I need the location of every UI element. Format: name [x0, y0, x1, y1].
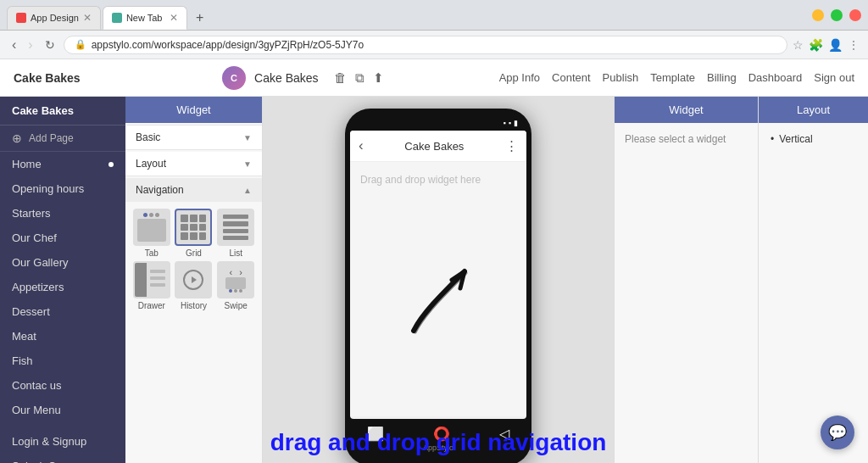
sidebar-item-our-menu[interactable]: Our Menu	[0, 398, 125, 422]
sidebar-item-splash[interactable]: Splash Screen	[0, 454, 125, 463]
app-wrapper: Cake Bakes C Cake Bakes 🗑 ⧉ ⬆ App Info C…	[0, 59, 868, 463]
right-layout-header: Layout	[759, 97, 868, 123]
phone-screen: ‹ Cake Bakes ⋮ Drag and drop widget here	[350, 131, 526, 419]
right-panels: Widget Please select a widget Layout • V…	[614, 97, 868, 463]
right-widget-panel: Widget Please select a widget	[614, 97, 758, 463]
widget-tab[interactable]: Tab	[132, 209, 171, 258]
phone-status-bar: ▪ ▪ ▮	[350, 117, 526, 131]
sidebar-item-our-gallery[interactable]: Our Gallery	[0, 250, 125, 275]
home-active-dot	[108, 162, 114, 167]
sidebar-item-appetizers[interactable]: Appetizers	[0, 275, 125, 299]
phone-app-header: ‹ Cake Bakes ⋮	[350, 131, 526, 162]
sidebar-add-page[interactable]: ⊕ Add Page	[0, 126, 125, 152]
phone-back-hw-icon[interactable]: ◁	[499, 426, 509, 442]
browser-navbar: ‹ › ↻ 🔒 appstylo.com/workspace/app/desig…	[0, 31, 868, 59]
layout-chevron: ▼	[243, 159, 252, 169]
sidebar-item-fish[interactable]: Fish	[0, 349, 125, 373]
sidebar-item-starters[interactable]: Starters	[0, 201, 125, 226]
nav-dashboard[interactable]: Dashboard	[748, 71, 803, 84]
share-icon[interactable]: ⬆	[373, 70, 384, 86]
widget-swipe-label: Swipe	[225, 301, 248, 310]
right-widget-header: Widget	[615, 97, 758, 123]
sidebar-item-dessert[interactable]: Dessert	[0, 299, 125, 324]
nav-signout[interactable]: Sign out	[814, 71, 854, 84]
layout-section-btn[interactable]: Layout ▼	[125, 152, 262, 176]
browser-tab-app-design[interactable]: App Design ✕	[7, 6, 101, 30]
widget-swipe[interactable]: ‹ › Swipe	[216, 261, 255, 310]
top-nav: Cake Bakes C Cake Bakes 🗑 ⧉ ⬆ App Info C…	[0, 59, 868, 97]
widget-history-label: History	[181, 301, 207, 310]
phone-frame: ▪ ▪ ▮ ‹ Cake Bakes ⋮ Drag and drop widge…	[345, 109, 531, 463]
widget-tab-label: Tab	[145, 248, 159, 258]
navigation-section-header[interactable]: Navigation ▲	[125, 178, 262, 202]
tab-close-app-design[interactable]: ✕	[83, 12, 92, 24]
secure-icon: 🔒	[75, 39, 86, 50]
forward-button[interactable]: ›	[25, 36, 36, 54]
app-title: Cake Bakes	[254, 71, 318, 85]
back-button[interactable]: ‹	[8, 36, 19, 54]
reload-button[interactable]: ↻	[42, 36, 58, 53]
widget-list[interactable]: List	[216, 209, 255, 258]
widget-placeholder-text: Please select a widget	[615, 123, 758, 155]
sidebar-item-home[interactable]: Home	[0, 152, 125, 176]
phone-circle-icon[interactable]: ⭕	[433, 426, 450, 442]
phone-app-label: AppStylo	[350, 443, 526, 454]
nav-app-name-left: Cake Bakes	[14, 71, 107, 85]
phone-bottom-bar: ⬜ ⭕ ◁	[350, 419, 526, 443]
widget-tab-thumb	[133, 209, 170, 246]
phone-drop-zone[interactable]: Drag and drop widget here	[350, 162, 526, 416]
widget-grid-label: Grid	[186, 248, 202, 258]
add-icon: ⊕	[12, 131, 22, 145]
nav-template[interactable]: Template	[650, 71, 695, 84]
trash-icon[interactable]: 🗑	[334, 70, 347, 86]
chat-bubble[interactable]: 💬	[821, 416, 854, 449]
browser-chrome: App Design ✕ New Tab ✕ +	[0, 0, 868, 31]
widget-drawer-thumb	[133, 261, 170, 298]
phone-preview-area: ▪ ▪ ▮ ‹ Cake Bakes ⋮ Drag and drop widge…	[263, 97, 614, 463]
menu-icon[interactable]: ⋮	[848, 38, 860, 52]
nav-app-info[interactable]: App Info	[499, 71, 540, 84]
bookmark-icon[interactable]: ☆	[793, 38, 804, 52]
basic-chevron: ▼	[243, 133, 252, 142]
nav-publish[interactable]: Publish	[603, 71, 639, 84]
widget-swipe-thumb: ‹ ›	[217, 261, 254, 298]
tab-label-new-tab: New Tab	[126, 13, 163, 23]
new-tab-button[interactable]: +	[189, 7, 210, 29]
widget-history[interactable]: History	[175, 261, 214, 310]
widget-list-thumb	[217, 209, 254, 246]
widget-drawer[interactable]: Drawer	[132, 261, 171, 310]
layout-bullet: •	[771, 133, 774, 145]
right-layout-panel: Layout • Vertical	[758, 97, 868, 463]
phone-app-title: Cake Bakes	[404, 140, 464, 153]
nav-billing[interactable]: Billing	[707, 71, 737, 84]
sidebar-item-our-chef[interactable]: Our Chef	[0, 226, 125, 250]
widget-grid-item[interactable]: Grid	[175, 209, 214, 258]
widget-grid-thumb	[175, 209, 212, 246]
sidebar-item-meat[interactable]: Meat	[0, 324, 125, 349]
phone-menu-btn[interactable]: ⋮	[505, 138, 518, 153]
main-content: Cake Bakes ⊕ Add Page Home Opening hours…	[0, 97, 868, 463]
window-close[interactable]	[849, 9, 861, 21]
extension-icon[interactable]: 🧩	[809, 38, 823, 52]
nav-content[interactable]: Content	[552, 71, 591, 84]
phone-home-icon[interactable]: ⬜	[367, 426, 384, 442]
sidebar-item-opening-hours[interactable]: Opening hours	[0, 176, 125, 201]
phone-back-btn[interactable]: ‹	[359, 137, 364, 154]
navigation-chevron: ▲	[243, 186, 252, 195]
navigation-widgets-grid: Tab Grid	[125, 202, 262, 317]
widget-panel-header: Widget	[125, 97, 262, 123]
sidebar: Cake Bakes ⊕ Add Page Home Opening hours…	[0, 97, 125, 463]
copy-icon[interactable]: ⧉	[355, 70, 364, 86]
widget-drawer-label: Drawer	[138, 301, 165, 310]
address-bar[interactable]: 🔒 appstylo.com/workspace/app/design/3gyP…	[64, 36, 787, 54]
tab-close-new-tab[interactable]: ✕	[170, 12, 178, 24]
sidebar-item-login[interactable]: Login & Signup	[0, 429, 125, 454]
browser-tab-new-tab[interactable]: New Tab ✕	[103, 6, 187, 30]
window-minimize[interactable]	[812, 9, 824, 21]
sidebar-item-contact[interactable]: Contac us	[0, 373, 125, 398]
sidebar-title: Cake Bakes	[0, 97, 125, 126]
profile-icon[interactable]: 👤	[828, 38, 843, 52]
basic-section-btn[interactable]: Basic ▼	[125, 125, 262, 150]
layout-item-vertical[interactable]: • Vertical	[765, 130, 861, 148]
window-maximize[interactable]	[831, 9, 843, 21]
